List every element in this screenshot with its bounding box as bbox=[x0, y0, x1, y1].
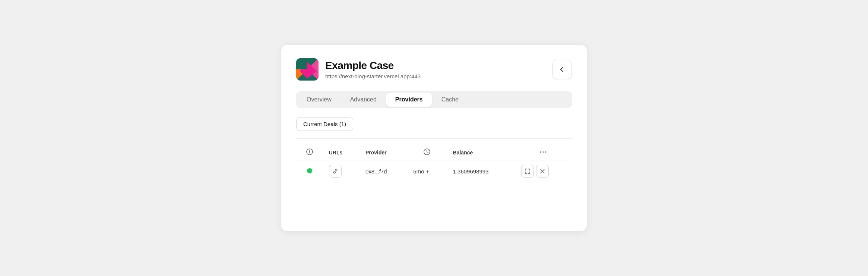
header: Example Case https://next-blog-starter.v… bbox=[296, 58, 572, 81]
col-urls: URLs bbox=[323, 145, 359, 160]
expand-button[interactable] bbox=[521, 165, 534, 178]
link-icon bbox=[332, 168, 338, 174]
info-icon: i bbox=[306, 148, 313, 155]
col-balance: Balance bbox=[447, 145, 515, 160]
provider-cell: 0x8...f7d bbox=[359, 160, 407, 182]
action-buttons bbox=[521, 165, 566, 178]
svg-rect-4 bbox=[296, 58, 307, 69]
tabs-container: Overview Advanced Providers Cache bbox=[296, 91, 572, 108]
providers-table: i URLs Provider bbox=[296, 145, 572, 182]
table-body: 0x8...f7d 5mo + 1.3609698993 bbox=[296, 160, 572, 182]
main-card: Example Case https://next-blog-starter.v… bbox=[281, 45, 587, 231]
tab-providers[interactable]: Providers bbox=[386, 92, 432, 107]
header-left: Example Case https://next-blog-starter.v… bbox=[296, 58, 421, 81]
tab-advanced[interactable]: Advanced bbox=[341, 92, 386, 107]
svg-text:i: i bbox=[309, 150, 310, 154]
col-actions: ··· bbox=[515, 145, 572, 160]
col-time bbox=[407, 145, 447, 160]
app-icon bbox=[296, 58, 319, 81]
back-button[interactable] bbox=[552, 60, 572, 79]
table-header: i URLs Provider bbox=[296, 145, 572, 160]
app-title: Example Case bbox=[325, 60, 421, 72]
close-button[interactable] bbox=[536, 165, 549, 178]
tab-cache[interactable]: Cache bbox=[433, 92, 468, 107]
expand-icon bbox=[525, 169, 530, 174]
status-cell bbox=[296, 160, 323, 182]
time-cell: 5mo + bbox=[407, 160, 447, 182]
current-deals-filter[interactable]: Current Deals (1) bbox=[296, 117, 353, 131]
filter-row: Current Deals (1) bbox=[296, 117, 572, 131]
urls-cell bbox=[323, 160, 359, 182]
table-row: 0x8...f7d 5mo + 1.3609698993 bbox=[296, 160, 572, 182]
status-indicator bbox=[307, 168, 312, 173]
page-container: Example Case https://next-blog-starter.v… bbox=[0, 0, 868, 276]
back-arrow-icon bbox=[558, 66, 566, 73]
actions-cell bbox=[515, 160, 572, 182]
link-icon-button[interactable] bbox=[329, 165, 342, 178]
ellipsis-icon: ··· bbox=[539, 148, 547, 156]
col-provider: Provider bbox=[359, 145, 407, 160]
svg-line-9 bbox=[427, 152, 428, 153]
tab-overview[interactable]: Overview bbox=[298, 92, 340, 107]
clock-icon bbox=[424, 148, 430, 155]
close-icon bbox=[540, 169, 545, 173]
header-text: Example Case https://next-blog-starter.v… bbox=[325, 60, 421, 79]
col-info: i bbox=[296, 145, 323, 160]
balance-cell: 1.3609698993 bbox=[447, 160, 515, 182]
table-wrapper: i URLs Provider bbox=[296, 138, 572, 182]
app-url: https://next-blog-starter.vercel.app:443 bbox=[325, 73, 421, 79]
